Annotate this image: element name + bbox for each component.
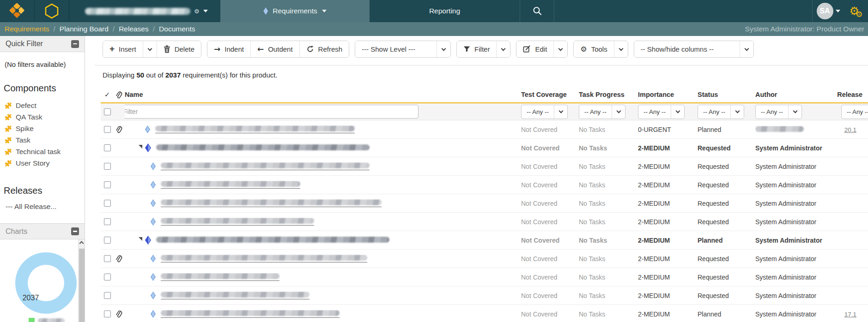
column-importance[interactable]: Importance — [638, 91, 698, 98]
collapse-panel-icon[interactable] — [71, 40, 79, 48]
row-checkbox[interactable] — [104, 255, 111, 262]
edit-dropdown-caret[interactable] — [553, 41, 567, 57]
requirement-name-redacted[interactable] — [161, 199, 382, 207]
select-caret[interactable] — [612, 105, 625, 119]
collapse-caret-icon[interactable] — [139, 145, 142, 149]
tab-requirements[interactable]: Requirements — [220, 0, 370, 22]
filter-group: Filter — [456, 41, 510, 58]
author-filter-select[interactable]: -- Any -- — [755, 105, 802, 119]
select-caret[interactable] — [730, 105, 744, 119]
column-test-coverage[interactable]: Test Coverage — [521, 91, 579, 98]
chart-scrollbar[interactable] — [78, 239, 85, 322]
system-settings-button[interactable]: ⚙⚙ — [844, 0, 868, 22]
requirement-name-redacted[interactable] — [161, 273, 279, 281]
tab-reporting-label: Reporting — [429, 7, 460, 15]
edit-button[interactable]: Edit — [516, 41, 553, 57]
component-item[interactable]: User Story — [0, 157, 85, 169]
row-checkbox[interactable] — [104, 126, 111, 133]
outdent-button[interactable]: ← Outdent — [250, 41, 299, 57]
app-logo[interactable] — [0, 0, 35, 22]
breadcrumb-item-requirements[interactable]: Requirements — [5, 25, 49, 33]
indent-button[interactable]: → Indent — [207, 41, 250, 57]
component-item[interactable]: QA Task — [0, 111, 85, 123]
release-cell[interactable]: 17.1 — [836, 310, 868, 318]
requirement-name-redacted[interactable] — [161, 218, 314, 226]
release-filter-select[interactable]: -- Any -- — [841, 105, 868, 119]
component-item-label: Technical task — [16, 148, 61, 156]
insert-button[interactable]: + Insert — [103, 41, 143, 57]
importance-value: 2-MEDIUM — [638, 255, 698, 262]
task-progress-filter-select[interactable]: -- Any -- — [579, 105, 625, 119]
status-filter-select[interactable]: -- Any -- — [698, 105, 744, 119]
release-filter-item[interactable]: --- All Release... — [0, 203, 85, 211]
breadcrumb-item-releases[interactable]: Releases — [119, 25, 149, 33]
select-caret[interactable] — [671, 105, 684, 119]
collapse-caret-icon[interactable] — [139, 237, 142, 241]
requirement-name-redacted[interactable] — [161, 181, 300, 189]
row-checkbox[interactable] — [104, 163, 111, 170]
tools-button[interactable]: ⚙ Tools — [574, 41, 613, 57]
column-status[interactable]: Status — [698, 91, 755, 98]
requirement-name-redacted[interactable] — [161, 310, 340, 318]
name-filter-input[interactable] — [125, 105, 419, 119]
component-item[interactable]: Task — [0, 134, 85, 146]
insert-dropdown-caret[interactable] — [143, 41, 157, 57]
tab-reporting[interactable]: Reporting — [370, 0, 520, 22]
test-coverage-filter-select[interactable]: -- Any -- — [521, 105, 568, 119]
scroll-up-icon[interactable] — [79, 241, 84, 246]
release-link[interactable]: 17.1 — [844, 311, 856, 318]
show-level-select[interactable]: --- Show Level --- — [355, 41, 451, 58]
user-menu[interactable]: SA — [813, 0, 844, 22]
release-link[interactable]: 20.1 — [844, 126, 856, 133]
show-hide-columns-caret[interactable] — [740, 41, 753, 57]
row-checkbox[interactable] — [104, 237, 111, 244]
select-caret[interactable] — [554, 105, 567, 119]
show-level-caret[interactable] — [437, 41, 450, 57]
component-item[interactable]: Spike — [0, 123, 85, 134]
refresh-button[interactable]: Refresh — [299, 41, 349, 57]
requirement-name-redacted[interactable] — [155, 125, 355, 133]
row-checkbox[interactable] — [104, 218, 111, 225]
row-checkbox[interactable] — [104, 144, 111, 151]
component-item[interactable]: Technical task — [0, 146, 85, 157]
column-name[interactable]: Name — [125, 91, 521, 98]
row-checkbox[interactable] — [104, 292, 111, 299]
delete-button[interactable]: Delete — [157, 41, 201, 57]
chart-legend-item — [29, 318, 65, 322]
requirement-name-redacted[interactable] — [161, 162, 370, 170]
scrollbar-thumb[interactable] — [79, 249, 85, 322]
row-checkbox[interactable] — [104, 310, 111, 317]
filter-dropdown-caret[interactable] — [496, 41, 510, 57]
column-release[interactable]: Release — [836, 91, 868, 98]
workspace-hexagon-button[interactable] — [35, 0, 69, 22]
collapse-panel-icon[interactable] — [71, 227, 79, 235]
table-row: Not CoveredNo Tasks2-MEDIUMPlannedSystem… — [101, 305, 868, 322]
requirement-name-redacted[interactable] — [161, 292, 310, 299]
row-checkbox[interactable] — [104, 274, 111, 280]
importance-filter-select[interactable]: -- Any -- — [638, 105, 685, 119]
search-button[interactable] — [520, 0, 554, 22]
breadcrumb-item-documents[interactable]: Documents — [159, 25, 195, 33]
column-task-progress[interactable]: Task Progress — [579, 91, 638, 98]
importance-value: 0-URGENT — [638, 126, 698, 133]
product-settings-gear-icon[interactable]: ⚙ — [194, 8, 200, 14]
select-all-checkbox[interactable] — [104, 108, 111, 115]
component-item[interactable]: Defect — [0, 100, 85, 111]
requirement-name-redacted[interactable] — [156, 237, 389, 244]
product-selector[interactable]: ⚙ — [69, 0, 220, 22]
release-cell[interactable]: 20.1 — [836, 126, 868, 133]
row-checkbox[interactable] — [104, 181, 111, 188]
requirement-icon — [151, 162, 156, 170]
paperclip-icon — [116, 91, 122, 99]
puzzle-icon — [5, 102, 12, 109]
select-caret[interactable] — [788, 105, 801, 119]
breadcrumb-item-planning-board[interactable]: Planning Board — [60, 25, 109, 33]
filter-button[interactable]: Filter — [457, 41, 496, 57]
requirement-name-redacted[interactable] — [161, 255, 367, 262]
row-checkbox[interactable] — [104, 200, 111, 207]
requirement-name-redacted[interactable] — [156, 144, 370, 152]
show-hide-columns-select[interactable]: -- Show/hide columns -- — [634, 41, 754, 58]
column-author[interactable]: Author — [755, 91, 836, 98]
tools-dropdown-caret[interactable] — [614, 41, 628, 57]
task-progress-value: No Tasks — [579, 255, 638, 262]
